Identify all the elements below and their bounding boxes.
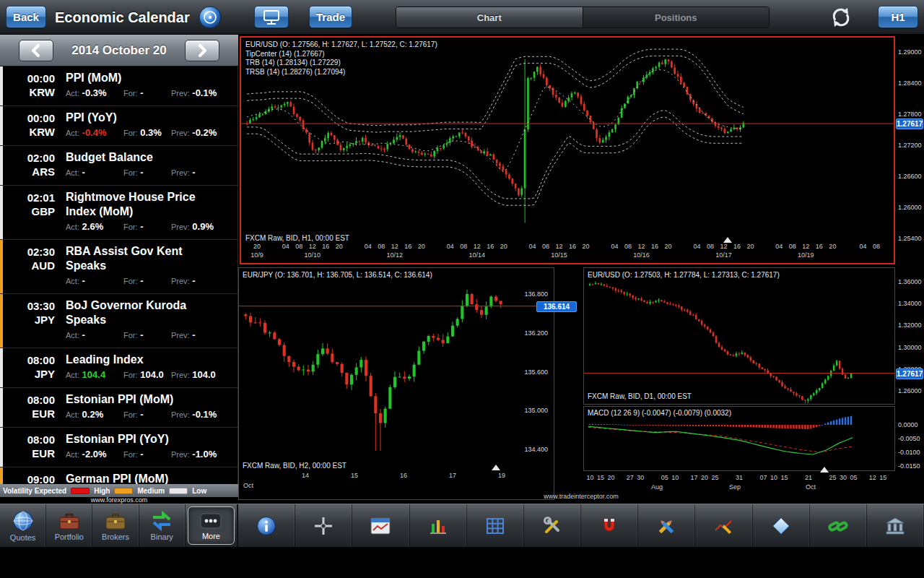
clear-drawings-button[interactable] [753, 504, 810, 547]
toolbar-item-more[interactable]: More [188, 506, 235, 545]
trade-button[interactable]: Trade [309, 6, 352, 28]
volatility-indicator [0, 106, 3, 145]
toolbar-item-portfolio[interactable]: Portfolio [46, 504, 92, 547]
y-axis-label: 1.26000 [898, 387, 922, 394]
volatility-indicator [0, 388, 3, 427]
event-currency: JPY [0, 367, 55, 381]
tools-icon [542, 516, 562, 536]
calendar-event-row[interactable]: 08:00EUREstonian PPI (YoY)Act: -2.0%For:… [0, 428, 237, 467]
y-axis-label: -0.0050 [898, 435, 920, 442]
event-values: Act: -For: -Prev: - [66, 275, 235, 286]
x-axis-label: 10 15 20 [583, 474, 618, 481]
x-axis-label: 04 08 12 16 20 [601, 243, 683, 250]
main-chart-x-dates: 10/910/1010/1210/1410/1510/1610/1710/19 [243, 251, 892, 259]
back-button[interactable]: Back [6, 6, 46, 28]
month-label: Sep [729, 483, 741, 491]
volatility-label: High [94, 487, 110, 495]
toolbar-item-quotes[interactable]: Quotes [0, 504, 46, 547]
calendar-date-bar: 2014 October 20 [0, 35, 238, 66]
charts-area: EUR/USD (O: 1.27566, H: 1.27627, L: 1.27… [238, 35, 924, 504]
event-values: Act: -2.0%For: -Prev: -1.0% [66, 449, 235, 460]
calendar-event-row[interactable]: 02:00ARSBudget BalanceAct: -For: -Prev: … [0, 146, 237, 186]
eurjpy-chart-ohlc: EUR/JPY (O: 136.701, H: 136.705, L: 136.… [243, 271, 432, 280]
calendar-event-row[interactable]: 03:30JPYBoJ Governor Kuroda SpeaksAct: -… [0, 294, 237, 348]
event-title: Estonian PPI (MoM) [66, 392, 235, 407]
timeframe-button[interactable]: H1 [878, 6, 918, 28]
x-axis-label: 10/19 [764, 251, 847, 259]
calendar-event-row[interactable]: 02:01GBPRightmove House Price Index (MoM… [0, 186, 237, 240]
tab-chart[interactable]: Chart [396, 7, 583, 27]
crosshair-icon [313, 516, 334, 536]
x-axis-label: 10/15 [518, 251, 601, 259]
magnet-button[interactable] [581, 504, 638, 547]
eurusd-d1-canvas[interactable] [584, 268, 894, 404]
refresh-icon[interactable] [829, 5, 853, 30]
next-day-button[interactable] [185, 40, 219, 61]
tools-button[interactable] [524, 504, 581, 547]
x-axis-label: 04 08 12 16 20 [682, 243, 764, 250]
eurjpy-scroll-marker[interactable] [492, 465, 500, 470]
event-title: PPI (MoM) [66, 71, 235, 85]
x-axis-label: 10/14 [436, 251, 518, 259]
x-axis-label: 14 [300, 472, 311, 479]
bottom-toolbar: Quotes Portfolio Brokers [0, 504, 924, 547]
event-title: Estonian PPI (YoY) [66, 432, 235, 447]
x-axis-label: 15 [349, 472, 360, 479]
x-axis-label: 10/10 [271, 251, 354, 259]
x-axis-label: 25 30 05 [826, 474, 860, 481]
sonar-icon[interactable] [198, 5, 222, 30]
y-axis-label: 1.28400 [898, 79, 922, 87]
volatility-indicator [0, 294, 3, 348]
calendar-event-row[interactable]: 09:00EURGerman PPI (MoM) [0, 467, 237, 484]
event-title: Budget Balance [66, 150, 235, 165]
toolbar-left-section: Quotes Portfolio Brokers [0, 504, 238, 547]
grid-layout-button[interactable] [467, 504, 524, 547]
toolbar-item-binary[interactable]: Binary [139, 504, 186, 547]
volatility-legend-title: Volatility Expected [3, 487, 66, 495]
calendar-events-list: 00:00KRWPPI (MoM)Act: -0.3%For: -Prev: -… [0, 66, 238, 484]
y-axis-label: 135.600 [506, 368, 548, 376]
bank-columns-icon [885, 517, 905, 535]
calendar-event-row[interactable]: 00:00KRWPPI (YoY)Act: -0.4%For: 0.3%Prev… [0, 106, 237, 146]
y-axis-label: 1.36000 [898, 278, 922, 285]
eurjpy-chart[interactable]: EUR/JPY (O: 136.701, H: 136.705, L: 136.… [238, 267, 554, 500]
x-axis-label: 04 08 12 16 20 [764, 243, 847, 250]
event-values: Act: -0.3%For: -Prev: -0.1% [66, 87, 235, 98]
d1-scroll-marker[interactable] [820, 467, 829, 473]
info-button[interactable] [238, 504, 295, 547]
android-navbar: 12:23 [0, 547, 924, 578]
y-axis-label: 1.25400 [898, 235, 922, 242]
calendar-event-row[interactable]: 00:00KRWPPI (MoM)Act: -0.3%For: -Prev: -… [0, 66, 237, 106]
toolbar-item-brokers[interactable]: Brokers [92, 504, 139, 547]
forexpros-link[interactable]: www.forexpros.com [0, 497, 238, 504]
eurusd-d1-feed-label: FXCM Raw, BID, D1, 00:00 EST [588, 392, 692, 400]
event-time: 02:01 [0, 191, 55, 204]
main-chart-scroll-marker[interactable] [723, 237, 732, 243]
volatility-legend: Volatility Expected HighMediumLow [0, 484, 238, 497]
tradeinterceptor-link[interactable]: www.tradeinterceptor.com [238, 493, 924, 500]
x-axis-label: 10/17 [682, 251, 764, 259]
main-chart[interactable]: EUR/USD (O: 1.27566, H: 1.27627, L: 1.27… [240, 36, 895, 264]
calendar-event-row[interactable]: 02:30AUDRBA Assist Gov Kent SpeaksAct: -… [0, 240, 237, 294]
indicators-button[interactable] [867, 504, 924, 547]
volatility-indicator [0, 146, 3, 185]
macd-pane[interactable]: MACD (12 26 9) (-0.0047) (-0.0079) (0.00… [583, 406, 895, 471]
edit-study-button[interactable] [695, 504, 752, 547]
eurusd-d1-chart[interactable]: EUR/USD (O: 1.27503, H: 1.27784, L: 1.27… [583, 267, 895, 405]
drawing-tools-button[interactable] [638, 504, 695, 547]
chart-window-button[interactable] [352, 504, 409, 547]
chart-style-button[interactable] [410, 504, 467, 547]
tab-positions[interactable]: Positions [583, 7, 770, 27]
briefcase-brown-icon [105, 511, 126, 531]
crosshair-button[interactable] [295, 504, 352, 547]
screen-share-button[interactable] [254, 6, 289, 28]
calendar-event-row[interactable]: 08:00EUREstonian PPI (MoM)Act: 0.2%For: … [0, 388, 237, 428]
event-title: Rightmove House Price Index (MoM) [66, 190, 235, 219]
calendar-event-row[interactable]: 08:00JPYLeading IndexAct: 104.4For: 104.… [0, 348, 237, 388]
price-badge: 136.614 [536, 301, 577, 312]
link-charts-button[interactable] [810, 504, 867, 547]
globe-icon [12, 510, 34, 532]
event-time: 00:00 [0, 72, 55, 85]
event-currency: KRW [0, 125, 55, 139]
previous-day-button[interactable] [19, 40, 53, 61]
